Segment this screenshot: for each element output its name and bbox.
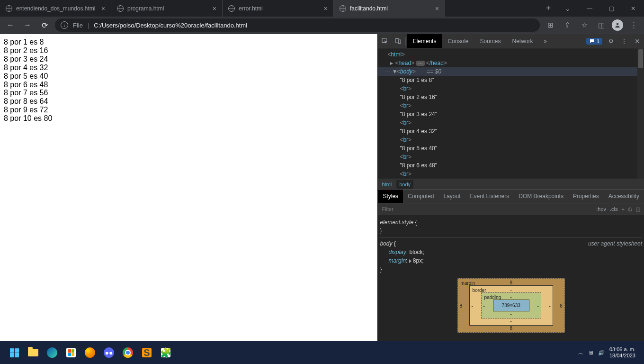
tab-close-icon[interactable]: × xyxy=(435,5,439,12)
bookmark-icon[interactable]: ☆ xyxy=(578,18,591,32)
discord-icon[interactable]: ●● xyxy=(99,343,118,362)
styles-subtab[interactable]: Layout xyxy=(438,190,465,203)
browser-tab[interactable]: programa.html× xyxy=(111,0,223,17)
devtools-close-icon[interactable]: ✕ xyxy=(631,37,644,45)
crumb-body[interactable]: body xyxy=(396,180,413,189)
dom-line[interactable]: "8 por 2 es 16" xyxy=(378,93,644,101)
styles-subtab[interactable]: Computed xyxy=(403,190,438,203)
store-icon[interactable] xyxy=(62,343,80,362)
inspect-icon[interactable] xyxy=(378,37,391,45)
page-line: 8 por 4 es 32 xyxy=(4,64,373,72)
devtools-tab[interactable]: Sources xyxy=(474,34,506,48)
new-style-rule-icon[interactable]: + xyxy=(622,206,625,212)
browser-tab[interactable]: entendiendo_dos_mundos.html× xyxy=(0,0,111,17)
dom-line[interactable]: ⋯ ▼<body> == $0 xyxy=(378,67,644,76)
dom-line[interactable]: <br> xyxy=(378,170,644,178)
styles-subtab[interactable]: Styles xyxy=(378,190,403,203)
dom-scrollbar[interactable] xyxy=(637,48,644,179)
start-button[interactable] xyxy=(5,343,24,362)
browser-tab[interactable]: error.html× xyxy=(223,0,334,17)
tab-title: error.html xyxy=(239,5,320,12)
styles-subtab[interactable]: Properties xyxy=(568,190,604,203)
styles-subtab[interactable]: Accessibility xyxy=(604,190,644,203)
browser-tab[interactable]: facilitando.html× xyxy=(334,0,445,17)
close-window-button[interactable]: ✕ xyxy=(622,0,644,17)
styles-subtab[interactable]: Event Listeners xyxy=(465,190,514,203)
devtools-tab[interactable]: Elements xyxy=(407,34,442,48)
cls-toggle[interactable]: .cls xyxy=(610,206,618,212)
firefox-icon[interactable] xyxy=(80,343,99,362)
dom-line[interactable]: "8 por 3 es 24" xyxy=(378,110,644,118)
address-bar[interactable]: i File | C:/Users/poiso/Desktop/curso%20… xyxy=(55,18,540,32)
page-line: 8 por 2 es 16 xyxy=(4,46,373,55)
computed-styles-icon[interactable]: ⎙ xyxy=(628,206,632,212)
reload-button[interactable]: ⟳ xyxy=(38,18,51,32)
dom-line[interactable]: "8 por 6 es 48" xyxy=(378,161,644,170)
page-line: 8 por 1 es 8 xyxy=(4,38,373,46)
page-content: 8 por 1 es 88 por 2 es 168 por 3 es 248 … xyxy=(0,34,377,341)
styles-filter-row: :hov .cls + ⎙ ◫ xyxy=(378,203,644,215)
file-scheme-label: File xyxy=(73,22,83,29)
explorer-icon[interactable] xyxy=(24,343,43,362)
page-line: 8 por 7 es 56 xyxy=(4,89,373,97)
site-info-icon[interactable]: i xyxy=(61,21,68,29)
globe-icon xyxy=(228,5,235,12)
new-tab-button[interactable]: + xyxy=(540,0,557,17)
app-icon[interactable]: 🧩 xyxy=(156,343,175,362)
device-toggle-icon[interactable] xyxy=(391,37,404,45)
dom-line[interactable]: "8 por 5 es 40" xyxy=(378,144,644,153)
dom-tree[interactable]: <html>▸<head> ⋯ </head>⋯ ▼<body> == $0"8… xyxy=(378,48,644,179)
share-icon[interactable]: ⇪ xyxy=(561,18,574,32)
tray-volume-icon[interactable]: 🔊 xyxy=(598,350,605,356)
tray-chevron-icon[interactable]: ︿ xyxy=(578,349,583,356)
dom-line[interactable]: ▸<head> ⋯ </head> xyxy=(378,59,644,67)
dom-line[interactable]: <html> xyxy=(378,50,644,59)
window-dropdown-icon[interactable]: ⌄ xyxy=(557,0,579,17)
dom-line[interactable]: "8 por 1 es 8" xyxy=(378,76,644,84)
more-tabs-icon[interactable]: » xyxy=(539,38,552,45)
maximize-button[interactable]: ▢ xyxy=(600,0,622,17)
translate-icon[interactable]: ⊞ xyxy=(544,18,557,32)
hov-toggle[interactable]: :hov xyxy=(596,206,606,212)
tab-strip: entendiendo_dos_mundos.html×programa.htm… xyxy=(0,0,540,17)
profile-avatar[interactable] xyxy=(612,19,623,31)
url-text: C:/Users/poiso/Desktop/curso%20oracle/fa… xyxy=(94,22,247,29)
styles-filter-input[interactable] xyxy=(382,206,592,212)
dom-breadcrumbs[interactable]: html body xyxy=(378,179,644,189)
dom-line[interactable]: <br> xyxy=(378,153,644,161)
ua-stylesheet-label: user agent stylesheet xyxy=(588,239,642,248)
crumb-html[interactable]: html xyxy=(382,182,392,187)
dom-line[interactable]: <br> xyxy=(378,136,644,144)
minimize-button[interactable]: ― xyxy=(579,0,600,17)
box-model-content: 789×633 xyxy=(493,300,529,311)
tab-close-icon[interactable]: × xyxy=(324,5,328,12)
globe-icon xyxy=(6,5,12,12)
sublime-icon[interactable]: S xyxy=(137,343,156,362)
box-model-diagram[interactable]: margin 8 8 8 8 border - - - - xyxy=(380,273,642,333)
tray-network-icon[interactable]: 🖥 xyxy=(588,350,593,355)
taskbar-clock[interactable]: 03:06 a. m. 18/04/2023 xyxy=(609,346,639,359)
devtools-menu-icon[interactable]: ⋮ xyxy=(617,38,631,45)
styles-subtab[interactable]: DOM Breakpoints xyxy=(514,190,568,203)
forward-button[interactable]: → xyxy=(21,18,34,32)
devtools-settings-icon[interactable]: ⚙ xyxy=(604,38,617,45)
back-button[interactable]: ← xyxy=(4,18,17,32)
devtools-tab[interactable]: Console xyxy=(442,34,474,48)
dom-line[interactable]: "8 por 7 es 56" xyxy=(378,178,644,179)
tab-close-icon[interactable]: × xyxy=(213,5,216,12)
toggle-sidebar-icon[interactable]: ◫ xyxy=(635,206,640,212)
dom-line[interactable]: <br> xyxy=(378,84,644,93)
devtools-panel: ElementsConsoleSourcesNetwork » 1 ⚙ ⋮ ✕ … xyxy=(377,34,644,341)
dom-line[interactable]: "8 por 4 es 32" xyxy=(378,127,644,136)
devtools-tab[interactable]: Network xyxy=(507,34,539,48)
chrome-icon[interactable] xyxy=(118,343,137,362)
tab-close-icon[interactable]: × xyxy=(101,5,105,12)
issues-badge[interactable]: 1 xyxy=(586,38,602,45)
styles-rules[interactable]: element.style { } user agent stylesheet … xyxy=(378,215,644,341)
dom-line[interactable]: <br> xyxy=(378,101,644,110)
edge-icon[interactable] xyxy=(43,343,62,362)
browser-menu-icon[interactable]: ⋮ xyxy=(627,18,640,32)
dom-line[interactable]: <br> xyxy=(378,118,644,127)
page-line: 8 por 10 es 80 xyxy=(4,114,373,123)
sidepanel-icon[interactable]: ◫ xyxy=(595,18,608,32)
